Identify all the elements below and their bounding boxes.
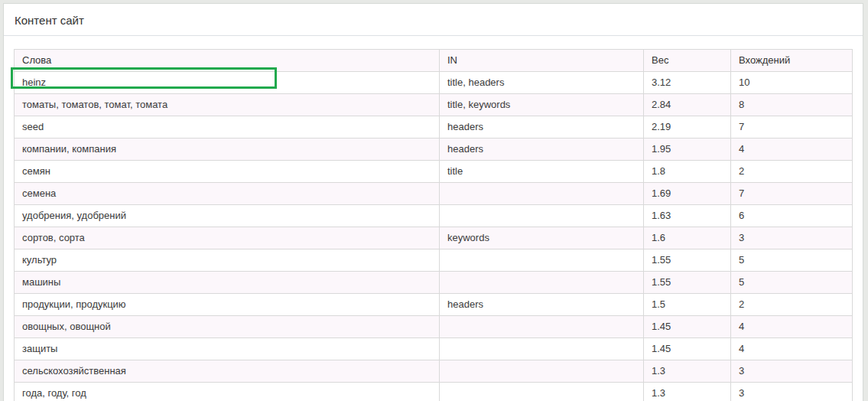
- in-cell: title, keywords: [440, 94, 644, 116]
- in-cell: title: [440, 161, 644, 183]
- occurrences-cell: 3: [731, 227, 853, 249]
- word-cell: сортов, сорта: [15, 227, 440, 249]
- word-cell: семена: [15, 183, 440, 205]
- column-header-weight: Вес: [644, 50, 731, 72]
- table-row: томаты, томатов, томат, томатаtitle, key…: [15, 94, 853, 116]
- table-row: защиты1.454: [15, 338, 853, 360]
- weight-cell: 1.6: [644, 227, 731, 249]
- keywords-table-wrap: Слова IN Вес Вхождений heinztitle, heade…: [14, 49, 853, 401]
- word-cell: удобрения, удобрений: [15, 205, 440, 227]
- table-row: удобрения, удобрений1.636: [15, 205, 853, 227]
- occurrences-cell: 2: [731, 294, 853, 316]
- weight-cell: 1.3: [644, 383, 731, 401]
- in-cell: [440, 360, 644, 383]
- in-cell: headers: [440, 294, 644, 316]
- word-cell: защиты: [15, 338, 440, 360]
- weight-cell: 1.95: [644, 139, 731, 161]
- keywords-table: Слова IN Вес Вхождений heinztitle, heade…: [14, 49, 853, 401]
- occurrences-cell: 6: [731, 205, 853, 227]
- in-cell: [440, 316, 644, 338]
- page-title: Контент сайт: [4, 4, 863, 36]
- occurrences-cell: 7: [731, 116, 853, 139]
- weight-cell: 1.3: [644, 360, 731, 383]
- occurrences-cell: 4: [731, 338, 853, 360]
- occurrences-cell: 7: [731, 183, 853, 205]
- weight-cell: 1.55: [644, 249, 731, 272]
- occurrences-cell: 3: [731, 383, 853, 401]
- weight-cell: 2.84: [644, 94, 731, 116]
- table-row: сельскохозяйственная1.33: [15, 360, 853, 383]
- in-cell: [440, 183, 644, 205]
- content-panel: Контент сайт Слова IN Вес Вхождений hein…: [3, 3, 863, 401]
- word-cell: машины: [15, 272, 440, 294]
- in-cell: headers: [440, 116, 644, 139]
- column-header-occurrences: Вхождений: [731, 50, 853, 72]
- table-row: сортов, сортаkeywords1.63: [15, 227, 853, 249]
- weight-cell: 3.12: [644, 72, 731, 94]
- column-header-in: IN: [440, 50, 644, 72]
- occurrences-cell: 5: [731, 249, 853, 272]
- table-row: seedheaders2.197: [15, 116, 853, 139]
- occurrences-cell: 8: [731, 94, 853, 116]
- weight-cell: 1.63: [644, 205, 731, 227]
- table-row: семянtitle1.82: [15, 161, 853, 183]
- table-row: компании, компанияheaders1.954: [15, 139, 853, 161]
- word-cell: томаты, томатов, томат, томата: [15, 94, 440, 116]
- word-cell: компании, компания: [15, 139, 440, 161]
- in-cell: keywords: [440, 227, 644, 249]
- table-row-highlighted: heinztitle, headers3.1210: [15, 72, 853, 94]
- table-row: машины1.555: [15, 272, 853, 294]
- table-row: овощных, овощной1.454: [15, 316, 853, 338]
- table-row: года, году, год1.33: [15, 383, 853, 401]
- table-row: продукции, продукциюheaders1.52: [15, 294, 853, 316]
- occurrences-cell: 5: [731, 272, 853, 294]
- word-cell: культур: [15, 249, 440, 272]
- word-cell: heinz: [15, 72, 440, 94]
- occurrences-cell: 4: [731, 139, 853, 161]
- weight-cell: 2.19: [644, 116, 731, 139]
- table-row: семена1.697: [15, 183, 853, 205]
- occurrences-cell: 4: [731, 316, 853, 338]
- occurrences-cell: 3: [731, 360, 853, 383]
- word-cell: семян: [15, 161, 440, 183]
- in-cell: [440, 383, 644, 401]
- weight-cell: 1.8: [644, 161, 731, 183]
- in-cell: [440, 205, 644, 227]
- header-row: Слова IN Вес Вхождений: [15, 50, 853, 72]
- weight-cell: 1.45: [644, 338, 731, 360]
- table-header: Слова IN Вес Вхождений: [15, 50, 853, 72]
- word-cell: овощных, овощной: [15, 316, 440, 338]
- weight-cell: 1.5: [644, 294, 731, 316]
- word-cell: сельскохозяйственная: [15, 360, 440, 383]
- table-body: heinztitle, headers3.1210томаты, томатов…: [15, 72, 853, 401]
- word-cell: seed: [15, 116, 440, 139]
- column-header-words: Слова: [15, 50, 440, 72]
- in-cell: [440, 272, 644, 294]
- in-cell: [440, 249, 644, 272]
- in-cell: title, headers: [440, 72, 644, 94]
- table-row: культур1.555: [15, 249, 853, 272]
- weight-cell: 1.69: [644, 183, 731, 205]
- occurrences-cell: 2: [731, 161, 853, 183]
- in-cell: headers: [440, 139, 644, 161]
- occurrences-cell: 10: [731, 72, 853, 94]
- word-cell: продукции, продукцию: [15, 294, 440, 316]
- weight-cell: 1.45: [644, 316, 731, 338]
- weight-cell: 1.55: [644, 272, 731, 294]
- in-cell: [440, 338, 644, 360]
- word-cell: года, году, год: [15, 383, 440, 401]
